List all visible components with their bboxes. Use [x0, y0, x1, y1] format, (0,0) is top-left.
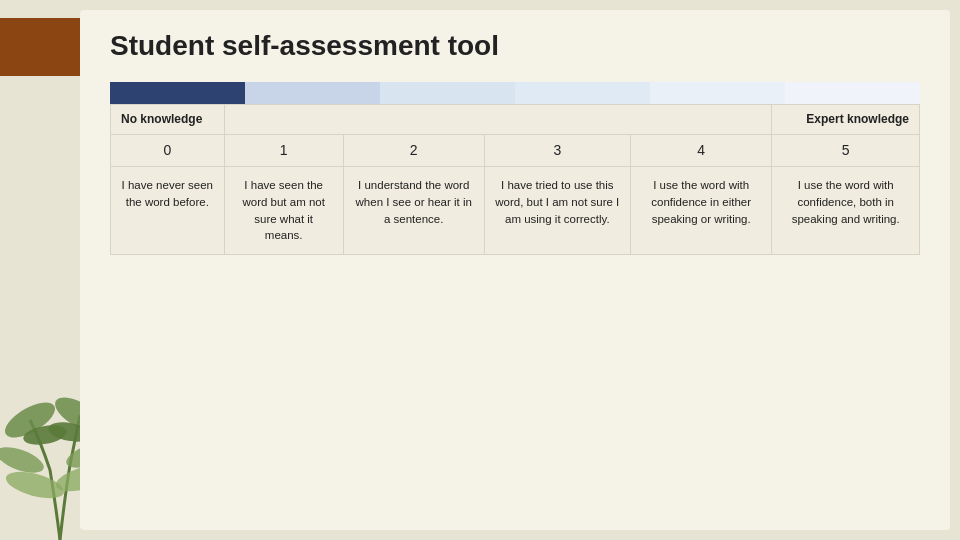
- label-row: No knowledge Expert knowledge: [111, 105, 920, 135]
- desc-0: I have never seen the word before.: [111, 167, 225, 255]
- page-container: Student self-assessment tool No knowledg…: [80, 10, 950, 530]
- assessment-table-wrapper: No knowledge Expert knowledge 0 1 2 3 4 …: [110, 82, 920, 255]
- number-5: 5: [772, 134, 920, 167]
- page-title: Student self-assessment tool: [110, 30, 920, 62]
- number-3: 3: [484, 134, 630, 167]
- expert-knowledge-label: Expert knowledge: [772, 105, 920, 135]
- number-1: 1: [224, 134, 343, 167]
- desc-3: I have tried to use this word, but I am …: [484, 167, 630, 255]
- desc-4: I use the word with confidence in either…: [630, 167, 771, 255]
- assessment-table: No knowledge Expert knowledge 0 1 2 3 4 …: [110, 104, 920, 255]
- color-bar-row: [110, 82, 920, 104]
- desc-2: I understand the word when I see or hear…: [343, 167, 484, 255]
- color-bar-0: [110, 82, 245, 104]
- color-bar-5: [785, 82, 920, 104]
- number-4: 4: [630, 134, 771, 167]
- color-bar-2: [380, 82, 515, 104]
- number-2: 2: [343, 134, 484, 167]
- description-row: I have never seen the word before. I hav…: [111, 167, 920, 255]
- color-bar-3: [515, 82, 650, 104]
- desc-1: I have seen the word but am not sure wha…: [224, 167, 343, 255]
- color-bar-4: [650, 82, 785, 104]
- number-0: 0: [111, 134, 225, 167]
- number-row: 0 1 2 3 4 5: [111, 134, 920, 167]
- color-bar-1: [245, 82, 380, 104]
- decorative-tab: [0, 18, 90, 76]
- desc-5: I use the word with confidence, both in …: [772, 167, 920, 255]
- no-knowledge-label: No knowledge: [111, 105, 225, 135]
